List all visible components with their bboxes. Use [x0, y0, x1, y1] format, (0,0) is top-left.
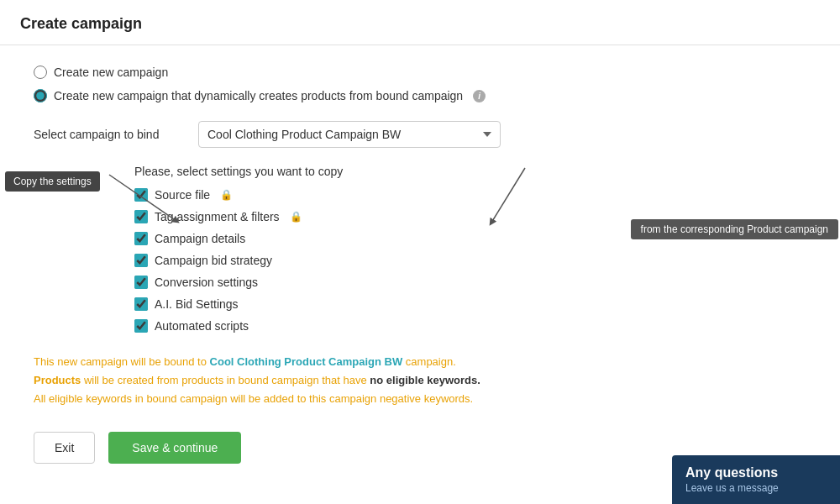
checkbox-ai-bid-label: A.I. Bid Settings — [155, 297, 239, 311]
radio-group: Create new campaign Create new campaign … — [34, 66, 806, 102]
info-line2-products: Products — [34, 374, 81, 386]
checkbox-campaign-details-input[interactable] — [134, 232, 148, 245]
info-icon[interactable]: i — [473, 90, 486, 102]
checkbox-conversion-settings-label: Conversion settings — [155, 276, 258, 289]
settings-title: Please, select settings you want to copy — [134, 165, 806, 178]
info-line2-middle: will be created from products in bound c… — [81, 374, 370, 386]
page-header: Create campaign — [0, 0, 840, 45]
any-questions-title: Any questions — [685, 465, 827, 480]
checkbox-automated-scripts-label: Automated scripts — [155, 319, 249, 333]
campaign-select[interactable]: Cool Clothing Product Campaign BW — [198, 121, 501, 148]
svg-line-1 — [491, 168, 525, 223]
info-line2: Products will be created from products i… — [34, 371, 806, 390]
checkbox-bid-strategy[interactable]: Campaign bid strategy — [134, 254, 806, 267]
svg-line-0 — [109, 175, 176, 221]
checkbox-ai-bid-input[interactable] — [134, 297, 148, 311]
info-line1-suffix: campaign. — [402, 355, 456, 368]
exit-button[interactable]: Exit — [34, 432, 95, 464]
radio-option-dynamic[interactable]: Create new campaign that dynamically cre… — [34, 89, 806, 102]
checkbox-bid-strategy-label: Campaign bid strategy — [155, 254, 272, 267]
checkbox-ai-bid[interactable]: A.I. Bid Settings — [134, 297, 806, 311]
info-line1-prefix: This new campaign will be bound to — [34, 355, 210, 368]
checkbox-campaign-details-label: Campaign details — [155, 232, 245, 245]
main-content: Create new campaign Create new campaign … — [0, 45, 840, 484]
select-campaign-row: Select campaign to bind Cool Clothing Pr… — [34, 121, 806, 148]
checkbox-conversion-settings-input[interactable] — [134, 276, 148, 289]
radio-create-new[interactable] — [34, 66, 47, 79]
page-title: Create campaign — [20, 15, 820, 33]
radio-option-new[interactable]: Create new campaign — [34, 66, 806, 79]
checkbox-automated-scripts[interactable]: Automated scripts — [134, 319, 806, 333]
info-campaign-name: Cool Clothing Product Campaign BW — [210, 355, 403, 368]
lock-icon-source: 🔒 — [220, 189, 233, 201]
checkbox-conversion-settings[interactable]: Conversion settings — [134, 276, 806, 289]
arrow-product-line — [483, 168, 533, 228]
any-questions-panel[interactable]: Any questions Leave us a message — [672, 455, 840, 504]
info-line2-highlight: no eligible keywords. — [370, 374, 480, 386]
checkbox-source-file[interactable]: Source file 🔒 — [134, 188, 806, 202]
radio-create-new-label: Create new campaign — [54, 66, 168, 79]
lock-icon-tag: 🔒 — [290, 211, 302, 223]
checkbox-automated-scripts-input[interactable] — [134, 319, 148, 333]
tooltip-product: from the corresponding Product campaign — [631, 219, 838, 239]
checkbox-bid-strategy-input[interactable] — [134, 254, 148, 267]
save-button[interactable]: Save & continue — [108, 432, 241, 464]
info-line3: All eligible keywords in bound campaign … — [34, 390, 806, 408]
radio-create-dynamic[interactable] — [34, 89, 47, 102]
select-campaign-label: Select campaign to bind — [34, 128, 185, 141]
info-line1: This new campaign will be bound to Cool … — [34, 353, 806, 371]
arrow-copy-line — [109, 175, 193, 229]
any-questions-subtitle: Leave us a message — [685, 482, 827, 494]
info-message: This new campaign will be bound to Cool … — [34, 353, 806, 408]
tooltip-copy: Copy the settings — [5, 171, 100, 192]
radio-create-dynamic-label: Create new campaign that dynamically cre… — [54, 89, 463, 102]
settings-section: Please, select settings you want to copy… — [134, 165, 806, 333]
checkbox-list: Source file 🔒 Tag assignment & filters 🔒… — [134, 188, 806, 333]
